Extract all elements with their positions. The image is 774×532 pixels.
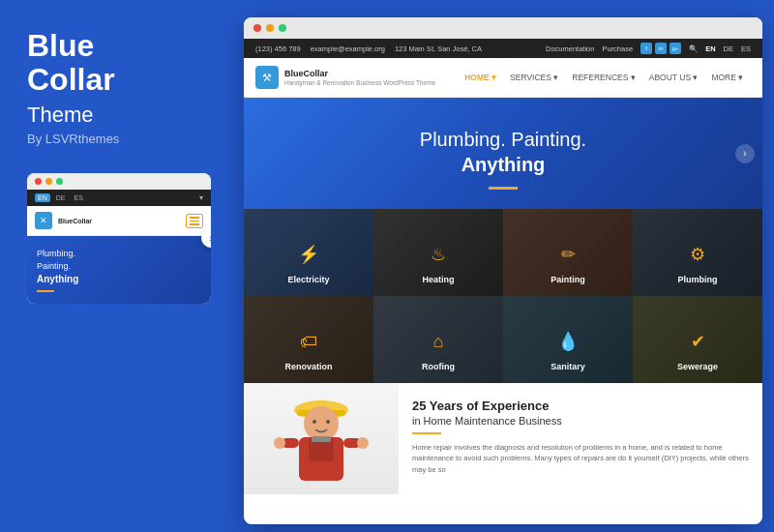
- preview-navbar: ✕ BlueCollar: [27, 206, 211, 236]
- preview-dots: [27, 173, 211, 190]
- about-years-title: 25 Years of Experience: [412, 399, 749, 413]
- site-logo-symbol: ⚒: [262, 72, 272, 84]
- google-icon[interactable]: g+: [670, 43, 681, 54]
- hero-title-line2: Anything: [461, 154, 546, 175]
- site-logo: ⚒ BlueCollar Handyman & Renovation Busin…: [255, 66, 435, 89]
- preview-card: EN DE ES ▾ ✕ BlueCollar Plumbing.Paintin…: [27, 173, 211, 303]
- dot-green: [56, 178, 63, 185]
- roofing-label: Roofing: [422, 362, 455, 371]
- preview-logo-symbol: ✕: [40, 216, 47, 225]
- topbar-lang-en[interactable]: EN: [705, 44, 715, 53]
- browser-dot-close[interactable]: [253, 24, 261, 32]
- hero-accent: [489, 187, 518, 190]
- linkedin-icon[interactable]: in: [655, 43, 667, 54]
- sanitary-icon: 💧: [551, 331, 585, 352]
- preview-logo-icon: ✕: [35, 212, 52, 229]
- heating-content: ♨ Heating: [422, 244, 454, 286]
- hero-title-line1: Plumbing. Painting.: [420, 129, 586, 150]
- dot-yellow: [45, 178, 52, 185]
- services-grid: ⚡ Electricity ♨ Heating ✏ Painting ⚙ Plu…: [244, 209, 762, 383]
- svg-point-2: [304, 406, 339, 441]
- heating-label: Heating: [422, 275, 454, 284]
- hero-title: Plumbing. Painting. Anything: [263, 127, 743, 177]
- topbar-lang-de[interactable]: DE: [724, 44, 733, 53]
- preview-logo-text: BlueCollar: [58, 218, 92, 224]
- svg-rect-9: [312, 436, 331, 442]
- nav-references[interactable]: REFERENCES ▾: [572, 73, 635, 82]
- site-nav-items: HOME ▾ SERVICES ▾ REFERENCES ▾ ABOUT US …: [464, 73, 743, 82]
- painting-icon: ✏: [551, 244, 585, 265]
- preview-hero-accent: [37, 290, 54, 292]
- nav-about[interactable]: ABOUT US ▾: [649, 73, 699, 82]
- painting-content: ✏ Painting: [551, 244, 585, 286]
- service-electricity[interactable]: ⚡ Electricity: [244, 209, 373, 296]
- service-roofing[interactable]: ⌂ Roofing: [373, 296, 503, 383]
- site-logo-subtext: Handyman & Renovation Business WordPress…: [284, 79, 435, 86]
- preview-menu-icon[interactable]: [186, 214, 203, 228]
- plumbing-label: Plumbing: [678, 275, 718, 284]
- lang-en[interactable]: EN: [35, 193, 50, 202]
- lang-tabs: EN DE ES: [35, 193, 86, 202]
- sewerage-label: Sewerage: [677, 362, 718, 371]
- electricity-content: ⚡ Electricity: [287, 244, 329, 286]
- about-subtitle: in Home Maintenance Business: [412, 415, 749, 427]
- service-plumbing[interactable]: ⚙ Plumbing: [633, 209, 762, 296]
- menu-line-1: [190, 217, 199, 219]
- svg-point-7: [274, 437, 285, 449]
- service-renovation[interactable]: 🏷 Renovation: [244, 296, 373, 383]
- lang-de[interactable]: DE: [53, 193, 69, 202]
- sewerage-content: ✔ Sewerage: [677, 331, 718, 373]
- nav-home[interactable]: HOME ▾: [464, 73, 496, 82]
- browser-dot-min[interactable]: [266, 24, 274, 32]
- topbar-search-icon[interactable]: 🔍: [689, 44, 698, 53]
- left-panel: Blue Collar Theme By LSVRthemes EN DE ES…: [0, 0, 240, 532]
- topbar-purchase[interactable]: Purchase: [602, 44, 633, 53]
- nav-more[interactable]: MORE ▾: [711, 73, 743, 82]
- svg-point-8: [357, 437, 369, 449]
- browser-window: (123) 456 789 example@example.org 123 Ma…: [244, 17, 762, 524]
- site-navbar: ⚒ BlueCollar Handyman & Renovation Busin…: [244, 58, 762, 98]
- topbar-docs[interactable]: Documentation: [546, 44, 594, 53]
- plumbing-icon: ⚙: [678, 244, 718, 265]
- topbar-email[interactable]: example@example.org: [311, 44, 385, 53]
- site-topbar-left: (123) 456 789 example@example.org 123 Ma…: [255, 44, 482, 53]
- site-topbar: (123) 456 789 example@example.org 123 Ma…: [244, 39, 762, 58]
- service-sewerage[interactable]: ✔ Sewerage: [633, 296, 762, 383]
- nav-services[interactable]: SERVICES ▾: [510, 73, 558, 82]
- topbar-lang-es[interactable]: ES: [741, 44, 751, 53]
- about-image-area: [244, 383, 399, 494]
- electricity-icon: ⚡: [287, 244, 329, 265]
- service-sanitary[interactable]: 💧 Sanitary: [503, 296, 633, 383]
- about-description: Home repair involves the diagnosis and r…: [412, 442, 749, 475]
- menu-line-3: [190, 223, 199, 225]
- brand-subtitle: Theme: [27, 103, 213, 128]
- preview-hero: Plumbing.Painting.Anything: [27, 236, 211, 303]
- plumbing-content: ⚙ Plumbing: [678, 244, 718, 286]
- dot-red: [35, 178, 42, 185]
- renovation-content: 🏷 Renovation: [284, 332, 332, 373]
- roofing-icon: ⌂: [422, 332, 455, 352]
- browser-topbar: [244, 17, 762, 39]
- site-logo-name: BlueCollar: [284, 69, 435, 79]
- social-icons: f in g+: [640, 43, 681, 54]
- service-painting[interactable]: ✏ Painting: [503, 209, 633, 296]
- preview-hero-text: Plumbing.Painting.Anything: [37, 248, 201, 285]
- preview-topbar: EN DE ES ▾: [27, 190, 211, 206]
- preview-dropdown[interactable]: ▾: [199, 193, 203, 202]
- site-hero: Plumbing. Painting. Anything ›: [244, 98, 762, 209]
- hero-nav-arrow[interactable]: ›: [735, 144, 755, 163]
- renovation-icon: 🏷: [284, 332, 332, 352]
- roofing-content: ⌂ Roofing: [422, 332, 455, 373]
- preview-menu-lines: [190, 217, 199, 225]
- facebook-icon[interactable]: f: [640, 43, 652, 54]
- browser-dot-max[interactable]: [279, 24, 286, 32]
- renovation-label: Renovation: [284, 362, 332, 371]
- lang-es[interactable]: ES: [71, 193, 85, 202]
- svg-point-10: [313, 420, 316, 424]
- svg-point-11: [326, 420, 330, 424]
- service-heating[interactable]: ♨ Heating: [373, 209, 503, 296]
- about-text-area: 25 Years of Experience in Home Maintenan…: [399, 383, 762, 494]
- about-accent: [412, 432, 441, 434]
- topbar-address: 123 Main St, San José, CA: [395, 44, 482, 53]
- about-section: 25 Years of Experience in Home Maintenan…: [244, 383, 762, 494]
